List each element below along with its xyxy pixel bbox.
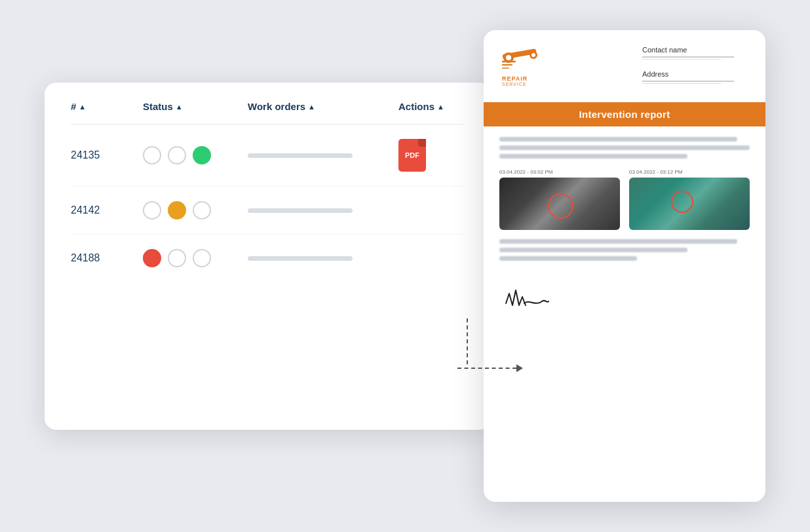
table-row: 24142	[71, 187, 464, 235]
address-field: Address	[642, 70, 747, 84]
row-status	[143, 201, 248, 219]
col-workorders-label: Work orders	[248, 101, 305, 112]
photos-section: 03.04.2022 - 03:02 PM 03.04.2022 - 03:12…	[499, 169, 750, 230]
logo-container	[502, 46, 541, 73]
report-header: REPAIR SERVICE Contact name Address	[484, 30, 765, 97]
text-line	[499, 154, 687, 159]
row-status	[143, 146, 248, 164]
photo-block-1: 03.04.2022 - 03:02 PM	[499, 169, 620, 230]
contact-name-label: Contact name	[642, 46, 747, 54]
address-label: Address	[642, 70, 747, 78]
status-dot-red	[143, 249, 161, 267]
progress-bar	[248, 208, 353, 213]
contact-name-line2	[642, 59, 721, 60]
text-line	[499, 145, 750, 150]
text-line	[499, 256, 637, 261]
status-dot-empty	[193, 201, 211, 219]
photo-timestamp-1: 03.04.2022 - 03:02 PM	[499, 169, 620, 175]
col-actions-sort: ▲	[437, 103, 444, 111]
contact-area: Contact name Address	[642, 46, 747, 84]
report-banner: Intervention report	[484, 102, 765, 126]
logo-text: REPAIR	[502, 75, 528, 82]
address-line1	[642, 81, 734, 82]
row-actions[interactable]: PDF	[398, 139, 464, 172]
logo-area: REPAIR SERVICE	[502, 46, 541, 86]
status-dot-empty	[168, 249, 186, 267]
progress-bar	[248, 256, 353, 261]
status-dot-empty	[168, 146, 186, 164]
row-workorders	[248, 256, 398, 261]
status-dot-empty	[143, 146, 161, 164]
logo-subtext: SERVICE	[502, 82, 527, 86]
progress-bar	[248, 153, 353, 158]
svg-point-4	[531, 53, 535, 57]
status-dot-empty	[193, 249, 211, 267]
signature	[499, 280, 750, 316]
signature-area	[499, 274, 750, 316]
table-card: # ▲ Status ▲ Work orders ▲ Actions ▲ 241…	[45, 83, 490, 430]
report-body-text	[499, 239, 750, 261]
text-line	[499, 137, 737, 142]
report-body: 03.04.2022 - 03:02 PM 03.04.2022 - 03:12…	[484, 126, 765, 327]
report-intro-text	[499, 137, 750, 159]
row-status	[143, 249, 248, 267]
repair-service-logo	[502, 46, 541, 73]
column-header-status[interactable]: Status ▲	[143, 101, 248, 112]
status-dot-green	[193, 146, 211, 164]
col-status-label: Status	[143, 101, 173, 112]
photo-image-1	[499, 178, 620, 230]
table-header: # ▲ Status ▲ Work orders ▲ Actions ▲	[71, 83, 464, 124]
row-workorders	[248, 153, 398, 158]
text-line	[499, 248, 687, 252]
pdf-action-button[interactable]: PDF	[398, 139, 426, 172]
table-row: 24188	[71, 235, 464, 282]
address-line2	[642, 83, 721, 85]
report-card: REPAIR SERVICE Contact name Address Inte…	[484, 30, 765, 502]
status-dot-empty	[143, 201, 161, 219]
col-hash-label: #	[71, 101, 76, 112]
pump-photo	[629, 178, 750, 230]
table-row: 24135 PDF	[71, 124, 464, 187]
signature-svg	[499, 280, 558, 313]
contact-name-line1	[642, 56, 734, 58]
column-header-workorders[interactable]: Work orders ▲	[248, 101, 398, 112]
column-header-hash[interactable]: # ▲	[71, 101, 143, 112]
col-status-sort: ▲	[176, 103, 183, 111]
svg-point-2	[506, 55, 511, 60]
photo-block-2: 03.04.2022 - 03:12 PM	[629, 169, 750, 230]
row-id: 24142	[71, 204, 143, 216]
col-actions-label: Actions	[398, 101, 434, 112]
contact-name-field: Contact name	[642, 46, 747, 60]
row-workorders	[248, 208, 398, 213]
status-dot-orange	[168, 201, 186, 219]
engine-photo	[499, 178, 620, 230]
pdf-label: PDF	[405, 151, 419, 159]
text-line	[499, 239, 737, 244]
col-workorders-sort: ▲	[308, 103, 315, 111]
photo-timestamp-2: 03.04.2022 - 03:12 PM	[629, 169, 750, 175]
column-header-actions[interactable]: Actions ▲	[398, 101, 464, 112]
row-id: 24135	[71, 149, 143, 161]
row-id: 24188	[71, 252, 143, 264]
photo-image-2	[629, 178, 750, 230]
col-hash-sort: ▲	[79, 103, 86, 111]
